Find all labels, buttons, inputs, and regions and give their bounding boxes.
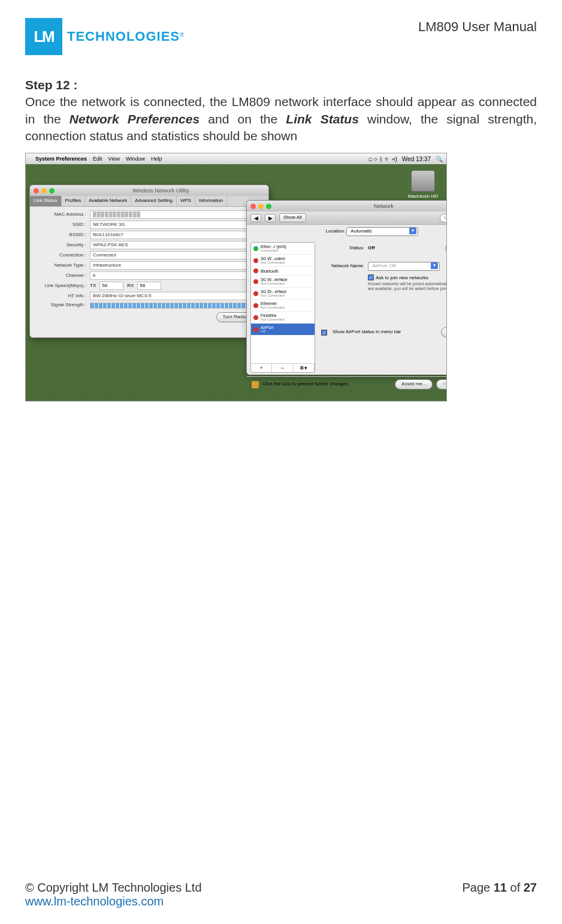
status-dot-icon [253,246,258,251]
footer-link[interactable]: www.lm-technologies.com [25,895,164,908]
status-dot-icon [253,268,258,273]
window-titlebar[interactable]: Network [247,201,447,212]
search-input[interactable]: Q [440,214,447,222]
desktop-hd-icon[interactable]: Macintosh HD [408,170,438,200]
rx-value: 58 [137,282,161,290]
tx-value: 58 [99,282,123,290]
registered-icon: ® [180,32,184,38]
security-value: WPA2-PSK AES [90,241,264,249]
toolbar: ◀ ▶ Show All Q [247,212,447,225]
status-label: Status: [321,245,364,252]
tx-label: TX [90,283,96,289]
tab-available-network[interactable]: Available Network [85,196,131,206]
netname-label: Network Name: [321,263,364,270]
advanced-button[interactable]: Advanced... [441,327,447,337]
zoom-icon[interactable] [266,204,271,209]
menu-app[interactable]: System Preferences [35,155,87,162]
assist-button[interactable]: Assist me... [395,379,433,389]
page-title: LM809 User Manual [418,19,537,35]
connection-value: Connected [90,251,264,259]
tab-profiles[interactable]: Profiles [62,196,86,206]
wireless-utility-window: Wireless Network Utility Link Status Pro… [29,185,269,338]
tab-wps[interactable]: WPS [177,196,195,206]
step-paragraph: Once the network is connected, the LM809… [25,93,537,144]
show-status-label: Show AirPort status in menu bar [333,329,401,336]
forward-button[interactable]: ▶ [265,214,276,222]
location-select[interactable]: Automatic [346,227,418,236]
ask-note: Known networks will be joined automatica… [368,282,447,292]
nettype-value: Infrastructure [90,261,264,270]
status-dot-icon [253,279,258,284]
lock-text: Click the lock to prevent further change… [262,381,349,388]
window-title: Network [274,203,447,210]
service-sidebar: Ether...r (en3)Connected3G W...odemNot C… [250,242,315,373]
status-dot-icon [253,291,258,296]
ht-value: BW:20MHz GI:short MCS:5 [90,292,264,300]
status-value: Off [368,245,375,252]
bssid-value: f8d111b1e8c7 [90,231,264,239]
menu-item[interactable]: Edit [93,155,102,162]
status-dot-icon [253,303,258,308]
status-dot-icon [253,315,258,320]
sidebar-service-item[interactable]: AirPortOff [251,324,315,336]
logo-text: TECHNOLOGIES [67,29,180,44]
spotlight-icon[interactable]: 🔍 [436,155,443,164]
remove-service-button[interactable]: − [272,364,293,372]
window-titlebar[interactable]: Wireless Network Utility [30,185,268,196]
sidebar-service-item[interactable]: Bluetooth [251,267,315,276]
disk-icon [411,170,435,192]
copyright: © Copyright LM Technologies Ltd [25,881,202,895]
nettype-label: Network Type : [35,262,90,269]
rx-label: RX [127,283,134,289]
sidebar-service-item[interactable]: FireWireNot Connected [251,312,315,324]
menu-item[interactable]: Help [151,155,162,162]
sidebar-service-item[interactable]: EthernetNot Connected [251,300,315,312]
speed-label: Link Speed(Mbps) : [35,283,90,289]
tab-advanced-setting[interactable]: Advanced Setting [131,196,177,206]
menu-item[interactable]: Window [126,155,145,162]
service-detail: Status: Off Turn AirPort On Network Name… [319,242,447,373]
sidebar-service-item[interactable]: 3G W...odemNot Connected [251,255,315,267]
mac-value: ████████████ [90,210,264,219]
lock-icon[interactable] [252,381,259,388]
signal-bar [90,303,252,309]
sidebar-service-item[interactable]: 3G Di...erfaceNot Connected [251,288,315,300]
close-icon[interactable] [34,188,39,194]
menu-item[interactable]: View [108,155,120,162]
tab-link-status[interactable]: Link Status [30,196,62,206]
security-label: Security : [35,242,90,249]
status-dot-icon [253,258,258,263]
ask-checkbox[interactable]: ✓ [368,274,374,280]
mac-label: MAC Address : [35,212,90,218]
ask-label: Ask to join new networks [376,275,428,280]
bssid-label: BSSID : [35,232,90,238]
step-heading: Step 12 : [25,77,537,93]
connection-label: Connection : [35,252,90,259]
add-service-button[interactable]: + [251,364,272,372]
close-icon[interactable] [250,204,256,209]
window-title: Wireless Network Utility [57,187,265,194]
minimize-icon[interactable] [41,188,47,194]
channel-label: Channel : [35,273,90,279]
sidebar-service-item[interactable]: Ether...r (en3)Connected [251,243,315,255]
turn-airport-on-button[interactable]: Turn AirPort On [445,243,447,253]
minimize-icon[interactable] [258,204,264,209]
zoom-icon[interactable] [49,188,55,194]
service-actions-button[interactable]: ✻▾ [294,364,315,372]
status-icons[interactable]: ◯ ⟳ ᛒ ᯤ ◁) [368,155,397,164]
hd-label: Macintosh HD [408,194,438,200]
netname-select[interactable]: AirPort: Off [368,262,440,271]
ht-label: HT Info : [35,293,90,300]
revert-button[interactable]: Revert [436,379,447,389]
show-all-button[interactable]: Show All [279,213,306,222]
show-status-checkbox[interactable]: ✓ [321,330,327,336]
status-dot-icon [253,327,258,332]
logo-mark: LM [25,18,62,55]
signal-label: Signal Strength : [35,302,90,309]
location-label: Location: [326,228,345,234]
clock: Wed 13:37 [402,155,431,164]
logo: LM TECHNOLOGIES® [25,18,184,55]
back-button[interactable]: ◀ [250,214,261,222]
sidebar-service-item[interactable]: 3G W...terfaceNot Connected [251,276,315,288]
tab-information[interactable]: Information [195,196,227,206]
